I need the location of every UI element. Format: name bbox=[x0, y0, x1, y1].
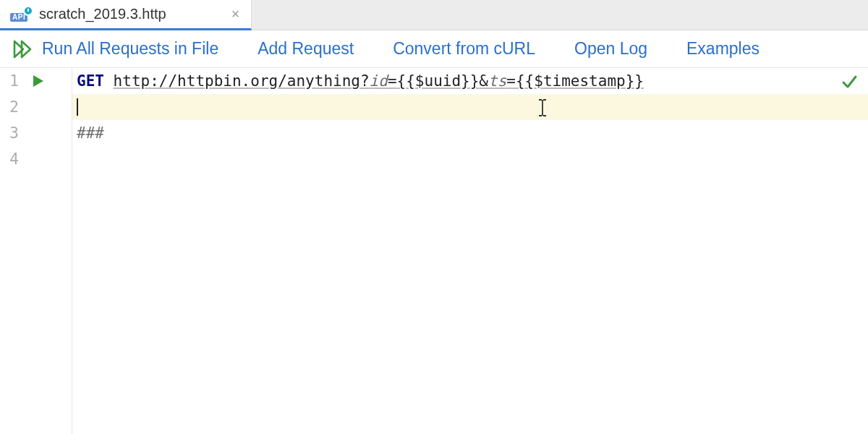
gutter: 1 2 3 4 bbox=[0, 68, 72, 434]
request-url: http://httpbin.org/anything? bbox=[114, 68, 370, 94]
query-param-value: {{$timestamp}} bbox=[516, 68, 644, 94]
file-tab[interactable]: API scratch_2019.3.http × bbox=[0, 0, 252, 30]
inspection-ok-icon[interactable] bbox=[841, 72, 858, 98]
code-line-4[interactable] bbox=[72, 146, 868, 172]
line-number: 3 bbox=[9, 124, 19, 142]
editor-toolbar: Run All Requests in File Add Request Con… bbox=[0, 30, 868, 68]
caret bbox=[77, 98, 78, 116]
line-number: 2 bbox=[9, 98, 19, 116]
request-separator: ### bbox=[77, 120, 104, 146]
query-param-name: ts bbox=[488, 68, 506, 94]
line-number: 1 bbox=[9, 72, 19, 90]
http-method: GET bbox=[77, 68, 104, 94]
run-request-icon[interactable] bbox=[32, 74, 45, 88]
query-param-value: {{$uuid}} bbox=[397, 68, 480, 94]
run-all-icon[interactable] bbox=[13, 40, 33, 59]
tab-bar: API scratch_2019.3.http × bbox=[0, 0, 868, 30]
code-line-2[interactable] bbox=[72, 94, 868, 120]
http-api-file-icon: API bbox=[10, 7, 32, 22]
examples-link[interactable]: Examples bbox=[686, 39, 760, 59]
line-number: 4 bbox=[9, 150, 19, 168]
close-icon[interactable]: × bbox=[231, 6, 240, 22]
query-param-name: id bbox=[370, 68, 388, 94]
code-line-1[interactable]: GET http://httpbin.org/anything?id={{$uu… bbox=[72, 68, 868, 94]
code-line-3[interactable]: ### bbox=[72, 120, 868, 146]
open-log-link[interactable]: Open Log bbox=[574, 39, 647, 59]
run-all-requests-link[interactable]: Run All Requests in File bbox=[42, 39, 218, 59]
convert-from-curl-link[interactable]: Convert from cURL bbox=[393, 39, 535, 59]
code-area[interactable]: GET http://httpbin.org/anything?id={{$uu… bbox=[72, 68, 868, 434]
code-editor[interactable]: 1 2 3 4 GET http://httpbin.org/anything?… bbox=[0, 68, 868, 434]
add-request-link[interactable]: Add Request bbox=[258, 39, 354, 59]
tab-title: scratch_2019.3.http bbox=[39, 6, 166, 22]
